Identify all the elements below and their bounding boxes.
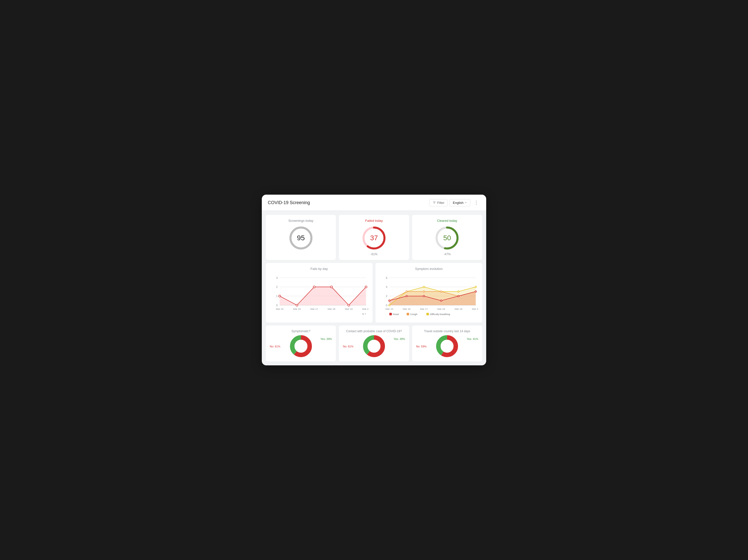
cleared-today-title: Cleared today	[437, 219, 457, 223]
travel-no-label: No: 59%	[416, 345, 427, 348]
svg-text:0: 0	[276, 304, 278, 307]
svg-text:Mar 19: Mar 19	[345, 308, 353, 310]
svg-text:Difficulty breathing: Difficulty breathing	[430, 313, 450, 316]
filter-icon	[433, 201, 436, 204]
svg-point-16	[279, 295, 281, 297]
svg-point-55	[423, 295, 425, 297]
failed-today-value: 37	[370, 234, 378, 242]
app-title: COVID-19 Screening	[268, 200, 310, 205]
svg-point-49	[423, 291, 425, 292]
app-header: COVID-19 Screening Filter English ⋮	[262, 195, 486, 211]
more-button[interactable]: ⋮	[472, 199, 480, 206]
svg-text:Mar 18: Mar 18	[437, 308, 445, 310]
symptomatic-donut	[288, 335, 313, 357]
symptomatic-card: Symptomatic? No: 61% Yes: 39%	[266, 325, 336, 361]
failed-today-card: Failed today 37 -61%	[339, 215, 409, 260]
svg-text:2: 2	[386, 295, 388, 297]
cleared-today-value: 50	[443, 234, 451, 242]
app-window: COVID-19 Screening Filter English ⋮	[262, 195, 486, 365]
svg-text:Mar 20: Mar 20	[362, 308, 369, 310]
contact-donut	[361, 335, 387, 357]
contact-covid-title: Contact with probable case of COVID-19?	[346, 330, 402, 333]
svg-point-73	[296, 341, 306, 352]
svg-text:Mar 15: Mar 15	[276, 308, 283, 310]
svg-point-79	[442, 341, 452, 352]
contact-no-label: No: 61%	[343, 345, 353, 348]
svg-text:Mar 18: Mar 18	[328, 308, 335, 310]
symptom-evolution-chart: 6 4 2 0	[379, 273, 478, 317]
svg-rect-69	[426, 313, 429, 315]
svg-text:Mar 17: Mar 17	[420, 308, 428, 310]
travel-yes-label: Yes: 41%	[467, 337, 478, 340]
travel-title: Travel outside country last 14 days	[424, 330, 470, 333]
svg-point-41	[389, 305, 390, 306]
svg-text:0: 0	[386, 304, 388, 307]
screenings-today-value: 95	[297, 234, 305, 242]
svg-point-57	[458, 295, 459, 297]
svg-point-50	[441, 291, 442, 292]
chevron-down-icon	[465, 201, 467, 204]
failed-today-subtitle: -61%	[371, 252, 377, 256]
contact-yes-label: Yes: 39%	[394, 337, 405, 340]
language-button[interactable]: English	[449, 199, 470, 206]
svg-text:4: 4	[386, 285, 388, 288]
contact-covid-card: Contact with probable case of COVID-19? …	[339, 325, 409, 361]
svg-point-53	[389, 300, 390, 301]
cleared-today-card: Cleared today 50 -47%	[412, 215, 482, 260]
symptomatic-no-label: No: 61%	[270, 345, 280, 348]
travel-card: Travel outside country last 14 days No: …	[412, 325, 482, 361]
svg-point-19	[331, 286, 333, 288]
svg-rect-67	[407, 313, 409, 315]
svg-point-46	[475, 286, 476, 288]
svg-point-56	[441, 300, 442, 301]
filter-label: Filter	[437, 201, 444, 204]
screenings-today-card: Screenings today 95	[266, 215, 336, 260]
svg-point-45	[458, 291, 459, 292]
svg-text:Mar 16: Mar 16	[403, 308, 411, 310]
svg-point-54	[406, 295, 407, 297]
language-label: English	[453, 201, 464, 204]
svg-point-58	[475, 291, 476, 292]
svg-text:1: 1	[276, 295, 278, 297]
svg-point-20	[348, 304, 350, 306]
svg-point-43	[423, 286, 425, 288]
filter-button[interactable]: Filter	[429, 199, 448, 206]
svg-point-21	[365, 286, 367, 288]
cleared-today-subtitle: -47%	[444, 252, 450, 256]
more-icon: ⋮	[474, 200, 478, 205]
svg-text:Mar 16: Mar 16	[293, 308, 301, 310]
svg-point-18	[313, 286, 315, 288]
symptom-evolution-title: Symptom evolution	[379, 267, 478, 271]
fails-by-day-card: Fails by day 3 2 1 0	[266, 263, 373, 322]
bottom-row: Symptomatic? No: 61% Yes: 39% Co	[266, 325, 482, 361]
symptom-evolution-card: Symptom evolution 6 4 2 0	[375, 263, 482, 322]
travel-donut	[435, 335, 460, 357]
failed-today-gauge: 37	[361, 225, 387, 250]
top-row: Screenings today 95 Failed today	[266, 215, 482, 260]
svg-text:Fever: Fever	[393, 313, 399, 316]
svg-rect-65	[390, 313, 392, 315]
fails-by-day-chart: 3 2 1 0	[270, 273, 369, 317]
symptomatic-title: Symptomatic?	[291, 330, 310, 333]
cleared-today-gauge: 50	[435, 225, 460, 250]
dashboard-content: Screenings today 95 Failed today	[262, 211, 486, 365]
svg-text:Mar 17: Mar 17	[310, 308, 318, 310]
svg-text:Mar 15: Mar 15	[385, 308, 393, 310]
header-actions: Filter English ⋮	[429, 199, 480, 206]
screenings-today-gauge: 95	[288, 225, 313, 250]
svg-text:3: 3	[276, 276, 278, 279]
svg-point-76	[369, 341, 379, 352]
svg-text:Cough: Cough	[410, 313, 417, 316]
fails-by-day-title: Fails by day	[270, 267, 369, 271]
symptomatic-yes-label: Yes: 39%	[320, 337, 332, 340]
svg-text:6: 6	[386, 276, 388, 279]
svg-text:Mar 19: Mar 19	[454, 308, 462, 310]
svg-point-17	[296, 304, 298, 306]
mid-row: Fails by day 3 2 1 0	[266, 263, 482, 322]
svg-text:Mar 20: Mar 20	[472, 308, 478, 310]
screenings-today-title: Screenings today	[288, 219, 313, 223]
svg-point-48	[406, 291, 407, 292]
svg-text:2: 2	[276, 285, 278, 288]
failed-today-title: Failed today	[365, 219, 383, 223]
svg-text:N 7: N 7	[362, 313, 366, 315]
